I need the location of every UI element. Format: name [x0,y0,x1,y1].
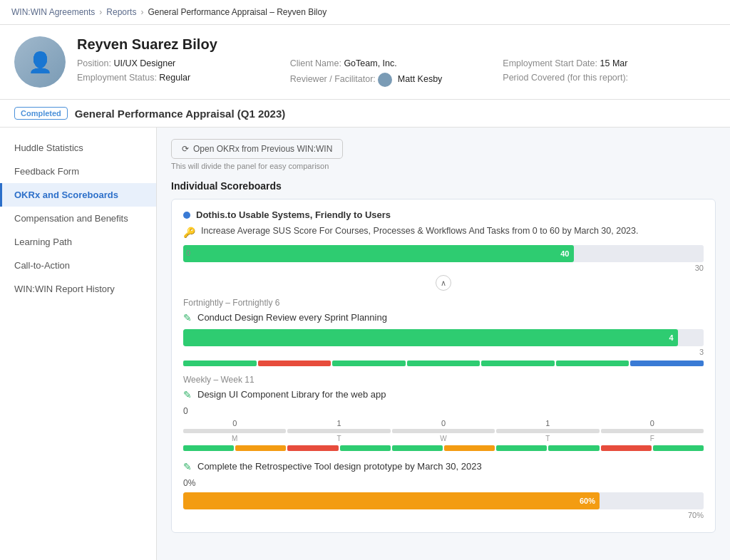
weekly-col-m: 0 M [183,419,286,442]
breadcrumb-sep2: › [140,7,143,17]
weekly-val-m: 0 [183,419,286,427]
weekly-bar-th [496,429,599,433]
seg2-orange2 [444,445,495,451]
report-title-bar: Completed General Performance Appraisal … [0,100,730,128]
employment-status-field: Employment Status: Regular [77,73,290,87]
period-weekly-label: Weekly – Week 11 [183,375,704,385]
sidebar-item-feedback[interactable]: Feedback Form [0,160,156,183]
seg-green2 [332,361,406,366]
sidebar-item-history[interactable]: WIN:WIN Report History [0,277,156,301]
seg-green1 [183,361,257,366]
seg2-red1 [287,445,338,451]
task1-label: Conduct Design Review every Sprint Plann… [197,312,387,323]
okr-key-result-label: Increase Average SUS Score For Courses, … [201,226,704,236]
employment-start-label: Employment Start Date: [503,58,597,68]
weekly-val-f: 0 [601,419,704,427]
weekly-bar-t [287,429,390,433]
open-okr-button[interactable]: ⟳ Open OKRx from Previous WIN:WIN [171,139,343,159]
weekly-val-th: 1 [496,419,599,427]
task3-progress-label: 60% [580,497,595,505]
reviewer-field: Reviewer / Facilitator: Matt Kesby [290,73,503,87]
employment-start-field: Employment Start Date: 15 Mar [503,58,716,68]
breadcrumb-winwin[interactable]: WIN:WIN Agreements [11,7,95,17]
task1-item: ✎ Conduct Design Review every Sprint Pla… [183,312,704,323]
progress-value: 40 [560,249,569,258]
status-badge: Completed [14,107,68,120]
task2-segmented-bar [183,445,704,451]
task3-progress-track: 60% [183,492,704,509]
section-title: Individual Scoreboards [171,180,716,192]
sidebar-item-cta[interactable]: Call-to-Action [0,254,156,277]
task3-target: 70% [183,511,704,519]
breadcrumb-reports[interactable]: Reports [106,7,136,17]
profile-name: Reyven Suarez Biloy [77,36,716,53]
weekly-bar-m [183,429,286,433]
sidebar: Huddle Statistics Feedback Form OKRx and… [0,128,157,560]
client-field: Client Name: GoTeam, Inc. [290,58,503,68]
weekly-day-w: W [392,435,495,442]
seg-green4 [481,361,555,366]
task1-progress-value: 4 [669,333,673,342]
okr-main-label: Dothis.to Usable Systems, Friendly to Us… [196,209,391,220]
weekly-day-m: M [183,435,286,442]
weekly-val-t: 1 [287,419,390,427]
sidebar-item-learning[interactable]: Learning Path [0,230,156,254]
progress-label-left: 0 [186,249,190,257]
task2-check-icon: ✎ [183,389,192,400]
weekly-col-th: 1 T [496,419,599,442]
seg2-green5 [548,445,599,451]
weekly-day-f: F [601,435,704,442]
refresh-icon: ⟳ [182,144,189,154]
progress-target: 30 [183,264,704,272]
position-field: Position: UI/UX Designer [77,58,290,68]
avatar: 👤 [14,36,66,88]
task1-progress-wrap: 4 3 [183,329,704,356]
task1-segmented-bar [183,361,704,366]
breadcrumb: WIN:WIN Agreements › Reports › General P… [0,0,730,25]
position-value: UI/UX Designer [113,58,175,68]
employment-start-value: 15 Mar [600,58,628,68]
open-okr-hint: This will divide the panel for easy comp… [171,162,716,170]
sidebar-item-compensation[interactable]: Compensation and Benefits [0,207,156,230]
sidebar-item-huddle[interactable]: Huddle Statistics [0,136,156,160]
profile-info: Reyven Suarez Biloy Position: UI/UX Desi… [77,36,716,87]
seg2-red2 [601,445,652,451]
weekly-col-t: 1 T [287,419,390,442]
scoreboard-card-main: Dothis.to Usable Systems, Friendly to Us… [171,199,716,533]
collapse-button[interactable]: ∧ [436,275,451,291]
task1-check-icon: ✎ [183,312,192,323]
weekly-day-t: T [287,435,390,442]
period-label: Period Covered (for this report): [503,73,628,83]
period-field: Period Covered (for this report): [503,73,716,87]
avatar-image: 👤 [14,36,66,88]
okr-key-result-item: 🔑 Increase Average SUS Score For Courses… [183,226,704,238]
okr-progress-fill: 40 [183,245,574,262]
seg2-green3 [392,445,443,451]
seg2-green2 [340,445,391,451]
client-value: GoTeam, Inc. [344,58,396,68]
task3-check-icon: ✎ [183,461,192,472]
client-label: Client Name: [290,58,341,68]
task2-label: Design UI Component Library for the web … [197,389,386,400]
weekly-day-th: T [496,435,599,442]
profile-fields: Position: UI/UX Designer Client Name: Go… [77,58,716,87]
employment-status-label: Employment Status: [77,73,157,83]
okr-main-item: Dothis.to Usable Systems, Friendly to Us… [183,209,704,220]
task3-item: ✎ Complete the Retrospective Tool design… [183,461,704,472]
task2-weekly-cols: 0 M 1 T 0 W 1 [183,419,704,442]
weekly-col-f: 0 F [601,419,704,442]
content-area: ⟳ Open OKRx from Previous WIN:WIN This w… [157,128,730,560]
seg2-green1 [183,445,234,451]
task2-start: 0 [183,406,704,416]
sidebar-item-okrx[interactable]: OKRx and Scoreboards [0,183,156,207]
report-title: General Performance Appraisal (Q1 2023) [75,108,285,120]
dot-blue-icon [183,212,190,219]
seg-green3 [407,361,480,366]
employment-status-value: Regular [159,73,190,83]
weekly-bar-w [392,429,495,433]
weekly-col-w: 0 W [392,419,495,442]
open-okr-label: Open OKRx from Previous WIN:WIN [193,144,332,154]
seg2-green4 [496,445,547,451]
scoreboards-list: Dothis.to Usable Systems, Friendly to Us… [171,199,716,543]
seg2-orange1 [235,445,286,451]
